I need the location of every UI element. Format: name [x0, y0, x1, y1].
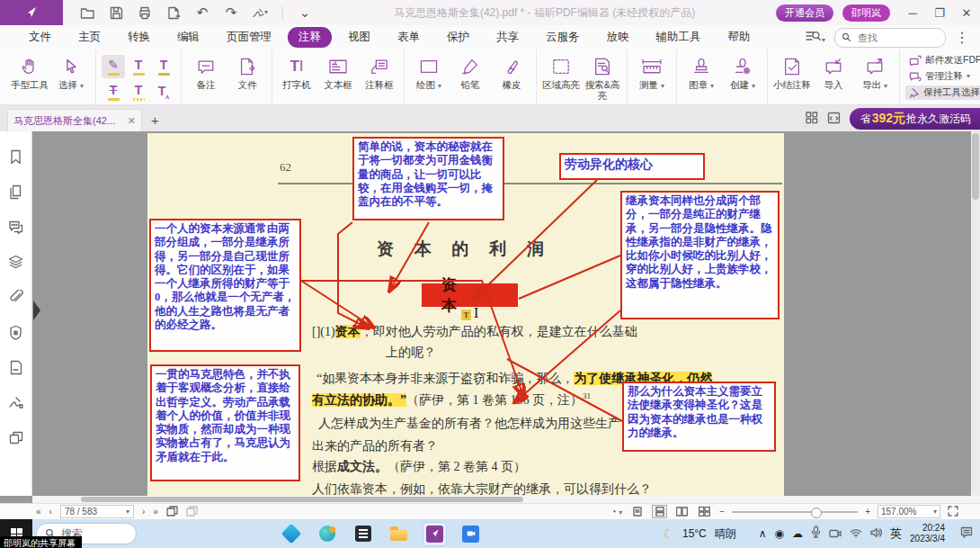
textbox-button[interactable]: A 文本框	[319, 53, 357, 90]
tab-protect[interactable]: 保护	[436, 27, 480, 48]
measure-button[interactable]: 测量 ▾	[633, 53, 671, 90]
callout-button[interactable]: 注释框	[361, 53, 398, 90]
foxit-app-icon[interactable]	[423, 522, 447, 546]
volume-icon[interactable]	[870, 526, 882, 542]
export-comments-button[interactable]: 导出 ▾	[856, 53, 894, 90]
annotation-secret-of-capital[interactable]: 简单的说，资本的秘密就在于将一切都变为可用金钱衡量的商品，让一切可以比较，在用金…	[352, 137, 504, 220]
tab-accessibility[interactable]: 辅助工具	[646, 27, 712, 48]
zoom-slider-knob[interactable]	[811, 508, 822, 518]
eraser-button[interactable]: 橡皮	[493, 53, 530, 90]
single-page-view-button[interactable]	[629, 505, 645, 518]
tab-home[interactable]: 主页	[67, 27, 111, 48]
page-number-field[interactable]: 78 / 583▾	[60, 505, 134, 518]
attach-file-button[interactable]: 文件	[228, 53, 266, 90]
wifi-icon[interactable]	[850, 526, 862, 542]
undo-icon[interactable]: ↶	[194, 4, 210, 21]
pencil-button[interactable]: 铅笔	[451, 53, 489, 90]
strikethrough-text-icon[interactable]: T	[102, 80, 125, 103]
prev-page-button[interactable]: ‹	[49, 507, 52, 517]
foxit-logo[interactable]	[0, 0, 63, 25]
blue-app-icon[interactable]	[459, 522, 483, 546]
tab-grid-icon[interactable]	[806, 112, 818, 128]
weather-moon-icon[interactable]: ☾	[663, 526, 674, 541]
close-tab-icon[interactable]: ✕	[128, 115, 136, 127]
layers-panel-icon[interactable]	[7, 253, 25, 271]
hidden-icons-chevron[interactable]: ∧	[759, 527, 767, 540]
more-options-icon[interactable]: ⋮	[955, 29, 969, 46]
tab-present[interactable]: 放映	[596, 27, 640, 48]
zoom-slider[interactable]	[732, 511, 858, 513]
continuous-view-button[interactable]	[652, 505, 667, 518]
tab-help[interactable]: 帮助	[717, 27, 762, 48]
underline-text-icon[interactable]: T	[127, 55, 150, 78]
tab-convert[interactable]: 转换	[117, 27, 161, 48]
first-page-button[interactable]: «	[36, 507, 41, 517]
insert-text-icon[interactable]: Tʌ	[152, 80, 175, 103]
weather-label[interactable]: 晴朗	[715, 526, 736, 542]
attachments-panel-icon[interactable]	[7, 288, 25, 306]
horizontal-scrollbar[interactable]	[32, 496, 980, 503]
pdf-page[interactable]: 62 资 本 的 利 润 资 本 T I [](1)资本，即对他人劳动产品的私有…	[147, 133, 784, 496]
close-button[interactable]: ✕	[953, 0, 980, 25]
print-icon[interactable]	[137, 4, 153, 21]
zoom-in-button[interactable]: +	[865, 507, 870, 517]
restore-button[interactable]: ❐	[926, 0, 953, 25]
hand-tool-button[interactable]: 手型工具	[11, 53, 49, 90]
search-highlight-button[interactable]: 搜索&高亮	[584, 53, 621, 101]
tab-cloud[interactable]: 云服务	[535, 27, 591, 48]
microphone-icon[interactable]	[811, 526, 821, 542]
select-tool-button[interactable]: 选择 ▾	[52, 53, 90, 90]
tab-form[interactable]: 表单	[387, 27, 431, 48]
advanced-find-icon[interactable]: ▾	[806, 30, 825, 46]
facing-continuous-view-button[interactable]	[697, 505, 712, 518]
annotation-capital-sources[interactable]: 一个人的资本来源通常由两部分组成，一部分是继承所得，另一部分是自己现世所得。它们…	[149, 219, 301, 352]
red-highlighted-heading[interactable]: 资 本	[422, 283, 518, 307]
redo-icon[interactable]: ↷	[223, 4, 239, 21]
destinations-panel-icon[interactable]	[7, 358, 25, 376]
temperature-label[interactable]: 15°C	[682, 527, 707, 540]
panel-expand-handle[interactable]	[33, 301, 40, 320]
stamp-button[interactable]: 图章 ▾	[682, 53, 720, 90]
record-indicator-icon[interactable]: ◉	[775, 527, 784, 540]
next-view-icon[interactable]	[186, 506, 198, 518]
zoom-level-select[interactable]: 157.00%▾	[878, 505, 940, 518]
clock[interactable]: 20:242023/3/4	[910, 523, 945, 545]
summarize-comments-button[interactable]: 小结注释	[773, 53, 811, 90]
tab-view[interactable]: 视图	[337, 27, 381, 48]
user-account-button[interactable]: 邵明岚	[842, 4, 890, 22]
open-membership-button[interactable]: 开通会员	[776, 4, 833, 22]
security-panel-icon[interactable]	[7, 323, 25, 341]
customize-toolbar-icon[interactable]: ⌄	[297, 4, 313, 21]
page-thumbnails-icon[interactable]	[7, 183, 25, 201]
prev-view-icon[interactable]	[166, 506, 178, 518]
collapse-ribbon-icon[interactable]: ⌃	[966, 94, 973, 103]
mail-fdf-button[interactable]: 邮件发送FDF	[905, 53, 980, 67]
facing-view-button[interactable]	[674, 505, 690, 518]
cloud-sync-icon[interactable]: ☁	[792, 527, 803, 540]
notification-center-icon[interactable]	[960, 526, 973, 542]
teal-round-app-icon[interactable]	[315, 522, 339, 546]
fullscreen-icon[interactable]	[948, 506, 958, 518]
note-button[interactable]: 备注	[187, 53, 225, 90]
rotate-view-icon[interactable]: ◔ ▾	[610, 507, 622, 517]
import-comments-button[interactable]: 导入	[815, 53, 852, 90]
tab-comment[interactable]: 注释	[288, 27, 332, 48]
document-tab[interactable]: 马克思恩格斯全集(42... ✕	[7, 109, 142, 131]
teal-gem-app-icon[interactable]	[279, 522, 303, 546]
annotation-marx-style[interactable]: 一贯的马克思特色，并不执着于客观概念分析，直接给出哲学定义。劳动产品承载着个人的…	[150, 364, 300, 481]
typewriter-button[interactable]: TI 打字机	[278, 53, 316, 90]
switch-tab-icon[interactable]	[827, 112, 841, 128]
tab-file[interactable]: 文件	[18, 27, 62, 48]
open-file-icon[interactable]	[79, 4, 95, 21]
bookmarks-panel-icon[interactable]	[7, 148, 25, 166]
tab-page-manage[interactable]: 页面管理	[216, 27, 282, 48]
create-stamp-button[interactable]: 创建 ▾	[724, 53, 762, 90]
find-input[interactable]	[856, 31, 922, 44]
file-explorer-icon[interactable]	[387, 522, 411, 546]
signatures-panel-icon[interactable]	[7, 393, 25, 411]
new-page-icon[interactable]	[165, 4, 182, 21]
sign-tool-icon[interactable]: ▾	[252, 4, 268, 21]
new-tab-button[interactable]: +	[151, 112, 159, 128]
vertical-scrollbar-thumb[interactable]	[972, 133, 979, 200]
horizontal-scrollbar-thumb[interactable]	[81, 497, 523, 502]
